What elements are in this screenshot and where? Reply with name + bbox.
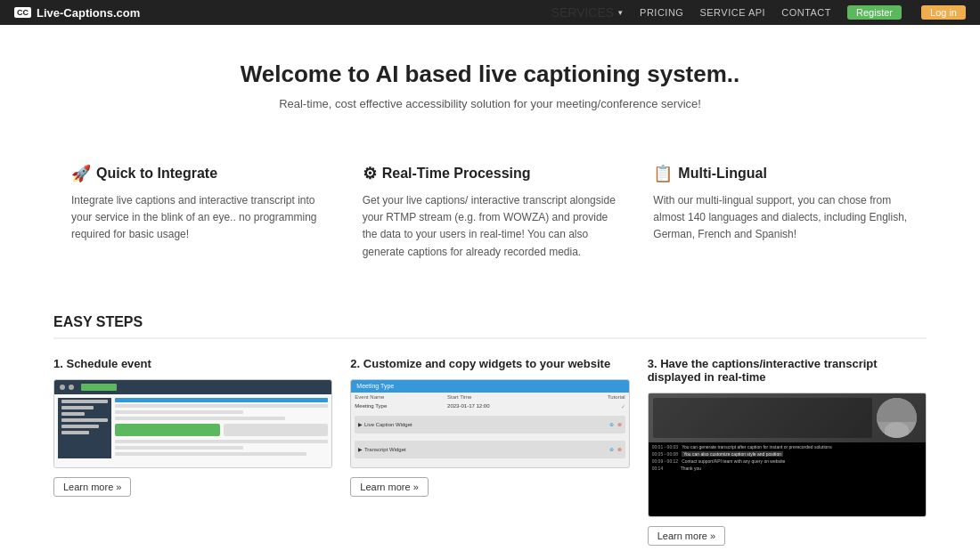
mock3-caption-row-2: 00:05 - 00:08 You can also customize cap… <box>652 451 922 457</box>
step-2-title: 2. Customize and copy widgets to your we… <box>350 357 629 370</box>
mock2-row-1: Meeting Type 2023-01-17 12:00 ✓ <box>351 401 628 412</box>
mock2-table-header: Event Name Start Time Tutorial <box>351 393 628 401</box>
mock2-header: Meeting Type <box>351 380 628 393</box>
step-3-image: 00:01 - 00:03 You can generate transcrip… <box>648 393 927 517</box>
mock2-widget-1: ▶ Live Caption Widget ⊕ ⊗ <box>355 416 625 434</box>
nav-service-api[interactable]: SERVICE API <box>699 7 765 18</box>
services-dropdown-arrow: ▼ <box>617 9 624 17</box>
step-2-image: Meeting Type Event Name Start Time Tutor… <box>350 379 629 468</box>
feature-realtime: ⚙ Real-Time Processing Get your live cap… <box>345 155 636 270</box>
feature-multilingual-title: 📋 Multi-Lingual <box>653 164 909 183</box>
mock3-caption-row-1: 00:01 - 00:03 You can generate transcrip… <box>652 444 922 450</box>
brand[interactable]: CC Live-Captions.com <box>14 6 140 20</box>
nav-contact[interactable]: CONTACT <box>781 7 831 18</box>
brand-name: Live-Captions.com <box>37 6 140 20</box>
nav-links: SERVICES ▼ PRICING SERVICE API CONTACT R… <box>551 5 966 20</box>
step-1: 1. Schedule event <box>53 357 332 497</box>
step-1-learn-more[interactable]: Learn more » <box>53 477 131 497</box>
navbar: CC Live-Captions.com SERVICES ▼ PRICING … <box>0 0 980 25</box>
step-2: 2. Customize and copy widgets to your we… <box>350 357 629 497</box>
feature-multilingual-desc: With our multi-lingual support, you can … <box>653 192 909 244</box>
step-3-learn-more[interactable]: Learn more » <box>648 526 725 546</box>
step-2-learn-more[interactable]: Learn more » <box>350 477 428 497</box>
mock3-video <box>649 393 926 442</box>
steps-row: 1. Schedule event <box>53 357 927 546</box>
feature-multilingual: 📋 Multi-Lingual With our multi-lingual s… <box>635 155 927 270</box>
step-3-title: 3. Have the captions/interactive transcr… <box>648 357 927 384</box>
easy-steps-title: EASY STEPS <box>53 314 927 339</box>
register-button[interactable]: Register <box>847 5 902 20</box>
mock3-captions: 00:01 - 00:03 You can generate transcrip… <box>649 442 926 516</box>
feature-quick-integrate: 🚀 Quick to Integrate Integrate live capt… <box>53 155 345 270</box>
features-section: 🚀 Quick to Integrate Integrate live capt… <box>0 137 980 296</box>
nav-pricing[interactable]: PRICING <box>640 7 683 18</box>
mock3-caption-row-3: 00:09 - 00:12 Contact support/API team w… <box>652 458 922 464</box>
feature-realtime-desc: Get your live captions/ interactive tran… <box>363 192 618 261</box>
mock3-caption-row-4: 00:14 Thank you <box>652 466 922 471</box>
language-icon: 📋 <box>653 164 673 183</box>
services-label: SERVICES <box>551 5 615 20</box>
feature-realtime-title: ⚙ Real-Time Processing <box>363 164 618 183</box>
easy-steps-section: EASY STEPS 1. Schedule event <box>0 296 980 551</box>
mock2-widget-2: ▶ Transcript Widget ⊕ ⊗ <box>355 441 625 458</box>
gear-icon: ⚙ <box>363 164 377 183</box>
feature-quick-integrate-desc: Integrate live captions and interactive … <box>71 192 327 244</box>
brand-icon: CC <box>14 7 31 18</box>
hero-subtitle: Real-time, cost effective accessibility … <box>18 97 962 110</box>
step-1-title: 1. Schedule event <box>53 357 332 370</box>
step-3: 3. Have the captions/interactive transcr… <box>648 357 927 546</box>
mock-body-1 <box>54 394 331 467</box>
login-button[interactable]: Log in <box>921 5 966 20</box>
hero-section: Welcome to AI based live captioning syst… <box>0 25 980 137</box>
mock-screen-1 <box>54 380 331 394</box>
hero-title: Welcome to AI based live captioning syst… <box>18 61 962 88</box>
step-1-image <box>53 379 332 468</box>
nav-services[interactable]: SERVICES ▼ <box>551 5 624 20</box>
rocket-icon: 🚀 <box>71 164 91 183</box>
feature-quick-integrate-title: 🚀 Quick to Integrate <box>71 164 327 183</box>
